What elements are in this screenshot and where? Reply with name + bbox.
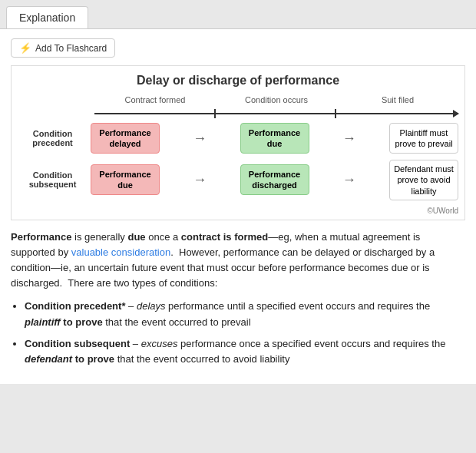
header-condition-occurs: Condition occurs bbox=[216, 95, 337, 104]
tab-explanation-label: Explanation bbox=[19, 12, 75, 24]
row-condition-subsequent: Condition subsequent Performance due → P… bbox=[18, 160, 458, 200]
cell-defendant-prove: Defendant must prove to avoid liability bbox=[389, 160, 458, 200]
diagram-headers: Contract formed Condition occurs Suit fi… bbox=[18, 95, 458, 104]
tick2 bbox=[335, 109, 336, 118]
bold-performance: Performance bbox=[11, 231, 71, 243]
bold-condition-precedent: Condition precedent* bbox=[25, 300, 125, 312]
list-item-precedent: Condition precedent* – delays performanc… bbox=[25, 299, 465, 329]
italic-delays: delays bbox=[137, 300, 166, 312]
arrow-3: → bbox=[190, 172, 209, 188]
tab-explanation[interactable]: Explanation bbox=[6, 6, 88, 28]
cell-performance-due-1: Performance due bbox=[240, 123, 309, 154]
label-condition-precedent: Condition precedent bbox=[18, 129, 91, 147]
row-cells-subsequent: Performance due → Performance discharged… bbox=[91, 160, 458, 200]
add-to-flashcard-button[interactable]: ⚡ Add To Flashcard bbox=[11, 38, 115, 58]
cell-plaintiff-prove: Plaintiff must prove to prevail bbox=[389, 123, 458, 154]
tab-bar: Explanation bbox=[0, 0, 476, 28]
arrow-4: → bbox=[340, 172, 359, 188]
bold-due: due bbox=[127, 231, 145, 243]
cell-performance-discharged: Performance discharged bbox=[240, 164, 309, 195]
bold-condition-subsequent: Condition subsequent bbox=[25, 338, 130, 349]
flashcard-label: Add To Flashcard bbox=[35, 43, 107, 54]
italic-excuses: excuses bbox=[141, 338, 178, 349]
bold-contract-formed: contract is formed bbox=[181, 231, 268, 243]
bold-italic-defendant: defendant bbox=[25, 353, 72, 365]
arrow-1: → bbox=[190, 131, 209, 147]
bold-to-prove-2: to prove bbox=[75, 353, 114, 365]
arrow-line bbox=[94, 113, 458, 114]
header-suit-filed: Suit filed bbox=[337, 95, 458, 104]
row-cells-precedent: Performance delayed → Performance due → … bbox=[91, 123, 458, 154]
label-condition-subsequent: Condition subsequent bbox=[18, 170, 91, 189]
list-item-subsequent: Condition subsequent – excuses performan… bbox=[25, 336, 465, 367]
row-condition-precedent: Condition precedent Performance delayed … bbox=[18, 123, 458, 154]
timeline-arrow bbox=[94, 107, 458, 118]
diagram-title: Delay or discharge of performance bbox=[18, 74, 458, 88]
body-paragraph: Performance is generally due once a cont… bbox=[11, 230, 465, 292]
watermark: ©UWorld bbox=[18, 207, 458, 215]
arrow-2: → bbox=[340, 131, 359, 147]
link-valuable-consideration[interactable]: valuable consideration bbox=[71, 246, 170, 258]
cell-performance-delayed: Performance delayed bbox=[91, 123, 160, 154]
tick1 bbox=[214, 109, 216, 118]
cell-performance-due-2: Performance due bbox=[91, 164, 160, 195]
bold-italic-plaintiff: plaintiff bbox=[25, 316, 61, 328]
header-contract-formed: Contract formed bbox=[94, 95, 216, 104]
main-content: ⚡ Add To Flashcard Delay or discharge of… bbox=[0, 28, 476, 384]
conditions-list: Condition precedent* – delays performanc… bbox=[25, 299, 465, 367]
diagram-container: Delay or discharge of performance Contra… bbox=[11, 65, 465, 220]
bolt-icon: ⚡ bbox=[19, 42, 31, 54]
bold-to-prove-1: to prove bbox=[63, 316, 102, 328]
